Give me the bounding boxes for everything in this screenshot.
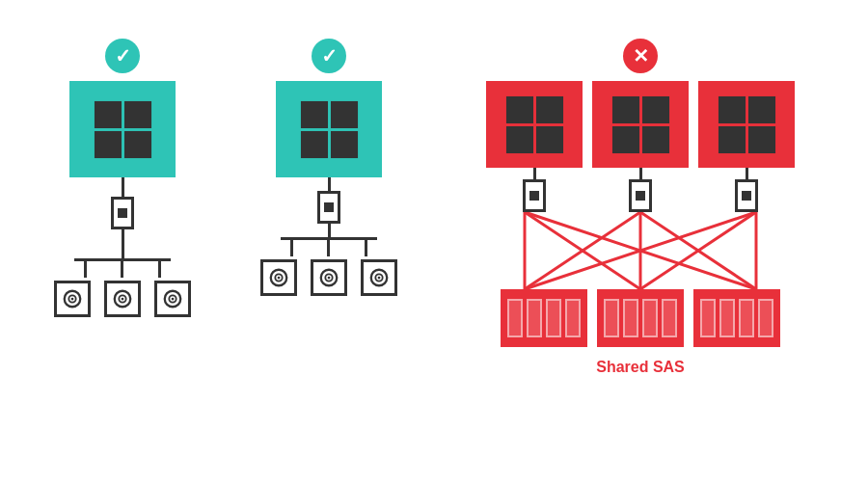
windows-logo-3c: [716, 94, 778, 156]
storage-box-3b: [597, 289, 684, 347]
svg-point-12: [172, 298, 175, 301]
svg-point-22: [328, 277, 331, 280]
slot-3c3: [739, 299, 754, 337]
storage-row-3: [501, 289, 780, 347]
h-branch-1: [74, 258, 171, 261]
hba-2: [317, 191, 340, 224]
slot-3b1: [604, 299, 619, 337]
svg-rect-3: [123, 130, 150, 157]
svg-rect-28: [505, 125, 532, 152]
main-container: ✓: [0, 0, 868, 483]
server-box-3c: [698, 81, 795, 168]
hba-3c: [735, 179, 758, 212]
check-icon-2: ✓: [321, 44, 338, 67]
drives-row-1: [54, 281, 191, 317]
svg-rect-0: [94, 100, 121, 127]
svg-rect-14: [330, 100, 357, 127]
drive-1c: [154, 281, 191, 317]
drives-row-2: [260, 259, 397, 296]
shared-sas-label: Shared SAS: [596, 359, 685, 376]
diagram-col-2: ✓: [260, 39, 397, 296]
drive-icon-1a: [62, 288, 83, 309]
svg-rect-15: [300, 130, 327, 157]
drive-icon-1b: [112, 288, 133, 309]
svg-rect-33: [641, 125, 668, 152]
cross-lines-svg: [476, 212, 804, 289]
drive-2a: [260, 259, 297, 296]
drive-2c: [361, 259, 397, 296]
svg-rect-30: [611, 95, 638, 122]
drive-icon-2b: [318, 267, 339, 288]
svg-point-6: [71, 298, 74, 301]
check-icon-1: ✓: [115, 44, 131, 67]
drive-1a: [54, 281, 91, 317]
slot-3a2: [527, 299, 542, 337]
slot-3a4: [565, 299, 581, 337]
connector-line-2b: [328, 224, 331, 237]
server-box-1: [69, 81, 176, 177]
svg-rect-29: [535, 125, 562, 152]
svg-rect-16: [330, 130, 357, 157]
status-icon-2: ✓: [312, 39, 346, 73]
server-col-3b: [592, 81, 689, 212]
windows-logo-2: [298, 98, 361, 161]
slot-3c2: [719, 299, 735, 337]
svg-rect-31: [641, 95, 668, 122]
svg-rect-2: [94, 130, 121, 157]
svg-point-9: [122, 298, 124, 301]
line-down-1: [122, 229, 124, 258]
drive-icon-1c: [162, 288, 183, 309]
connector-line-1: [122, 177, 124, 197]
windows-logo-3a: [503, 94, 566, 156]
svg-rect-35: [747, 95, 774, 122]
svg-rect-34: [718, 95, 745, 122]
storage-box-3a: [501, 289, 587, 347]
slot-3b2: [623, 299, 638, 337]
server-col-3c: [698, 81, 795, 212]
servers-row-3: [486, 81, 795, 212]
svg-rect-36: [718, 125, 745, 152]
tree-2: [260, 237, 397, 296]
drive-1b: [104, 281, 141, 317]
status-icon-3: ✕: [623, 39, 658, 73]
h-branch-2: [281, 237, 377, 240]
slot-3b3: [642, 299, 658, 337]
server-box-3a: [486, 81, 583, 168]
server-box-2: [276, 81, 382, 177]
drive-2b: [311, 259, 347, 296]
svg-point-25: [378, 277, 381, 280]
diagram-col-3: ✕: [467, 39, 814, 376]
svg-rect-32: [611, 125, 638, 152]
svg-point-19: [278, 277, 281, 280]
conn-3b: [639, 168, 642, 179]
drive-icon-2c: [368, 267, 390, 288]
connector-line-2a: [328, 177, 331, 191]
svg-rect-37: [747, 125, 774, 152]
diagram-col-1: ✓: [54, 39, 191, 317]
server-box-3b: [592, 81, 689, 168]
slot-3c4: [758, 299, 773, 337]
windows-logo-1: [92, 98, 154, 161]
slot-3b4: [662, 299, 677, 337]
slot-3c1: [700, 299, 716, 337]
slot-3a3: [546, 299, 561, 337]
drive-icon-2a: [268, 267, 289, 288]
svg-rect-13: [300, 100, 327, 127]
storage-box-3c: [693, 289, 780, 347]
svg-rect-1: [123, 100, 150, 127]
hba-3a: [523, 179, 546, 212]
hba-1: [111, 197, 134, 229]
slot-3a1: [507, 299, 523, 337]
conn-3a: [533, 168, 536, 179]
windows-logo-3b: [610, 94, 672, 156]
server-col-3a: [486, 81, 583, 212]
hba-3b: [629, 179, 652, 212]
tree-1: [54, 258, 191, 317]
svg-rect-26: [505, 95, 532, 122]
status-icon-1: ✓: [105, 39, 140, 73]
cross-icon-3: ✕: [633, 44, 649, 67]
svg-rect-27: [535, 95, 562, 122]
conn-3c: [746, 168, 748, 179]
